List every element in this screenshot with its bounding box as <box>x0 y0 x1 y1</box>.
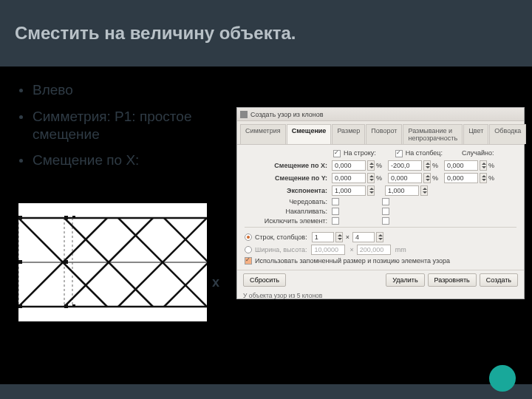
svg-rect-19 <box>64 304 68 308</box>
stepper[interactable] <box>480 173 487 183</box>
accumulate-row-checkbox[interactable] <box>332 208 339 215</box>
per-col-checkbox[interactable] <box>395 150 403 157</box>
clone-tiler-dialog: Создать узор из клонов Симметрия Смещени… <box>236 107 525 299</box>
col-header-random: Случайно: <box>462 149 494 157</box>
accumulate-col-checkbox[interactable] <box>382 208 389 215</box>
tab-symmetry[interactable]: Симметрия <box>240 124 286 144</box>
offset-y-rand[interactable]: 0,000 <box>444 173 478 183</box>
svg-rect-18 <box>64 260 68 264</box>
list-item: Влево <box>19 81 200 99</box>
exclude-label: Исключить элемент: <box>245 217 332 225</box>
stepper[interactable] <box>335 232 343 242</box>
unclump-button[interactable]: Разровнять <box>428 273 477 287</box>
app-icon <box>240 111 248 118</box>
rows-cols-label: Строк, столбцов: <box>255 233 312 241</box>
stepper[interactable] <box>423 173 431 183</box>
offset-x-col[interactable]: -200,0 <box>388 160 422 171</box>
accent-dot-icon <box>489 365 516 392</box>
exclude-row-checkbox[interactable] <box>332 217 339 225</box>
svg-rect-15 <box>18 260 22 264</box>
stepper[interactable] <box>480 160 487 171</box>
offset-y-col[interactable]: 0,000 <box>388 173 422 183</box>
alternate-label: Чередовать: <box>245 198 332 205</box>
status-text: У объекта узор из 5 клонов <box>237 290 524 301</box>
use-saved-label: Использовать запомненный размер и позици… <box>255 257 450 265</box>
create-button[interactable]: Создать <box>480 273 518 287</box>
offset-y-row[interactable]: 0,000 <box>332 173 366 183</box>
width-input[interactable]: 10,0000 <box>311 245 345 255</box>
stepper[interactable] <box>367 160 375 171</box>
tab-shift[interactable]: Смещение <box>287 124 332 144</box>
stepper[interactable] <box>367 185 375 196</box>
offset-x-rand[interactable]: 0,000 <box>444 160 478 171</box>
svg-rect-17 <box>64 216 68 219</box>
offset-x-label: Смещение по X: <box>245 162 332 169</box>
footer-strip <box>0 384 532 399</box>
col-header-row: На строку: <box>344 149 376 157</box>
pattern-preview <box>18 203 207 321</box>
exclude-col-checkbox[interactable] <box>382 217 389 225</box>
tab-blur[interactable]: Размывание и непрозрачность <box>403 124 463 144</box>
stepper[interactable] <box>423 160 431 171</box>
svg-rect-14 <box>18 216 22 219</box>
height-input[interactable]: 200,000 <box>357 245 391 255</box>
tab-stroke[interactable]: Обводка <box>489 124 526 144</box>
stray-letter: x <box>212 275 219 290</box>
svg-rect-21 <box>72 304 75 307</box>
tab-rotate[interactable]: Поворот <box>366 124 402 144</box>
tab-size[interactable]: Размер <box>332 124 365 144</box>
stepper[interactable] <box>367 173 375 183</box>
svg-rect-20 <box>72 216 75 219</box>
width-height-radio[interactable] <box>245 246 252 253</box>
stepper[interactable] <box>376 232 383 242</box>
cols-input[interactable]: 4 <box>352 232 375 242</box>
rows-cols-radio[interactable] <box>245 233 252 241</box>
dialog-title: Создать узор из клонов <box>250 111 324 118</box>
width-height-label: Ширина, высота: <box>255 246 311 253</box>
tab-bar: Симметрия Смещение Размер Поворот Размыв… <box>237 121 524 145</box>
rows-input[interactable]: 1 <box>312 232 334 242</box>
exponent-label: Экспонента: <box>245 187 332 194</box>
delete-button[interactable]: Удалить <box>386 273 424 287</box>
alternate-col-checkbox[interactable] <box>382 198 389 205</box>
svg-rect-16 <box>18 304 22 308</box>
shift-panel: На строку: На столбец: Случайно: Смещени… <box>237 145 524 270</box>
stepper[interactable] <box>420 185 428 196</box>
exponent-col[interactable]: 1,000 <box>385 185 419 196</box>
dialog-footer: Сбросить Удалить Разровнять Создать <box>237 270 524 290</box>
page-title: Сместить на величину объекта. <box>15 23 296 44</box>
per-row-checkbox[interactable] <box>333 150 341 157</box>
offset-x-row[interactable]: 0,000 <box>332 160 366 171</box>
use-saved-checkbox[interactable] <box>245 257 252 265</box>
list-item: Смещение по X: <box>19 151 200 169</box>
alternate-row-checkbox[interactable] <box>332 198 339 205</box>
list-item: Симметрия: P1: простое смещение <box>19 108 200 143</box>
slide-header: Сместить на величину объекта. <box>0 0 532 66</box>
accumulate-label: Накапливать: <box>245 208 332 215</box>
offset-y-label: Смещение по Y: <box>245 174 332 182</box>
unit-label[interactable]: mm <box>392 246 406 253</box>
exponent-row[interactable]: 1,000 <box>332 185 366 196</box>
tab-color[interactable]: Цвет <box>463 124 488 144</box>
dialog-titlebar[interactable]: Создать узор из клонов <box>237 108 524 121</box>
col-header-col: На столбец: <box>406 149 443 157</box>
reset-button[interactable]: Сбросить <box>243 273 286 287</box>
